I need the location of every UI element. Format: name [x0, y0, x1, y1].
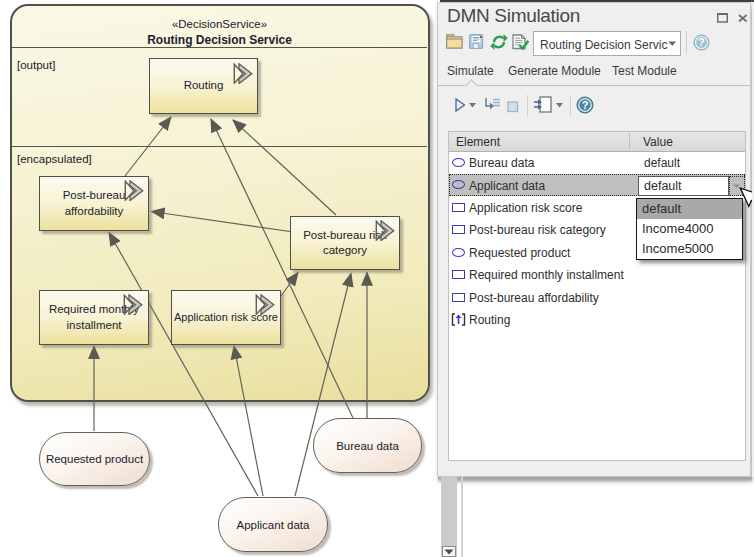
svg-text:?: ? — [698, 36, 704, 48]
svg-text:?: ? — [582, 99, 589, 111]
